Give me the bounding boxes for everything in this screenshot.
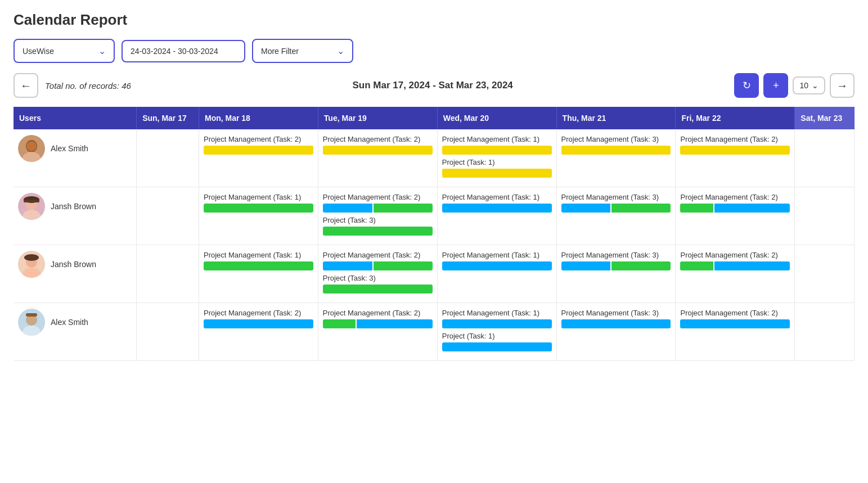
task-entry[interactable]: Project Management (Task: 2) [323,193,433,213]
task-entry[interactable]: Project Management (Task: 1) [204,251,313,270]
calendar-header: Users Sun, Mar 17 Mon, Mar 18 Tue, Mar 1… [14,107,854,129]
page-size-select[interactable]: 10 ⌄ [793,76,825,94]
day-cell-fri: Project Management (Task: 2) [676,129,795,187]
task-entry[interactable]: Project Management (Task: 1) [442,309,552,328]
task-entry[interactable]: Project Management (Task: 3) [561,309,671,328]
task-label: Project Management (Task: 1) [442,193,552,201]
task-label: Project Management (Task: 1) [442,135,552,143]
task-entry[interactable]: Project (Task: 1) [442,158,552,178]
task-entry[interactable]: Project Management (Task: 1) [442,251,552,270]
task-entry[interactable]: Project Management (Task: 2) [204,135,313,155]
more-filter[interactable]: More Filter ⌄ [252,39,353,63]
svg-rect-8 [24,200,39,202]
table-row: Jansh Brown Project Management (Task: 1)… [14,245,854,303]
task-entry[interactable]: Project Management (Task: 2) [323,135,433,155]
day-cell-wed: Project Management (Task: 1) [437,187,556,245]
day-cell-fri: Project Management (Task: 2) [676,245,795,303]
day-cell-sat [795,129,854,187]
task-label: Project Management (Task: 1) [442,309,552,317]
toolbar-right: ↻ + 10 ⌄ → [734,73,854,98]
page-size-chevron-icon: ⌄ [812,81,818,90]
task-label: Project Management (Task: 3) [561,135,671,143]
user-cell: Jansh Brown [14,245,137,303]
col-tue: Tue, Mar 19 [318,107,437,129]
date-range-filter-value: 24-03-2024 - 30-03-2024 [131,47,218,56]
company-filter-label: UseWise [23,47,54,56]
day-cell-sat [795,303,854,361]
task-label: Project Management (Task: 2) [680,251,790,259]
task-entry[interactable]: Project Management (Task: 3) [561,193,671,213]
task-entry[interactable]: Project (Task: 1) [442,332,552,351]
task-entry[interactable]: Project Management (Task: 2) [323,251,433,270]
task-entry[interactable]: Project Management (Task: 2) [680,251,790,270]
page-title: Calendar Report [14,11,854,29]
task-label: Project Management (Task: 2) [323,309,433,317]
toolbar: ← Total no. of records: 46 Sun Mar 17, 2… [14,73,854,98]
svg-point-12 [24,254,39,261]
task-label: Project (Task: 1) [442,332,552,340]
task-label: Project Management (Task: 1) [204,193,313,201]
col-wed: Wed, Mar 20 [437,107,556,129]
user-name: Alex Smith [51,144,88,153]
day-cell-tue: Project Management (Task: 2)Project (Tas… [318,187,437,245]
task-label: Project Management (Task: 2) [680,135,790,143]
table-row: Alex Smith Project Management (Task: 2)P… [14,303,854,361]
col-users: Users [14,107,137,129]
task-entry[interactable]: Project Management (Task: 3) [561,251,671,270]
task-label: Project Management (Task: 2) [680,193,790,201]
day-cell-fri: Project Management (Task: 2) [676,303,795,361]
task-entry[interactable]: Project Management (Task: 2) [323,309,433,328]
task-entry[interactable]: Project Management (Task: 2) [680,135,790,155]
task-label: Project (Task: 1) [442,158,552,166]
day-cell-mon: Project Management (Task: 2) [199,303,318,361]
more-filter-label: More Filter [261,47,299,56]
day-cell-sun [137,303,199,361]
task-label: Project (Task: 3) [323,274,433,282]
date-range-filter[interactable]: 24-03-2024 - 30-03-2024 [122,40,245,62]
company-filter[interactable]: UseWise ⌄ [14,39,115,63]
avatar [18,309,45,336]
col-sun: Sun, Mar 17 [137,107,199,129]
user-cell: Jansh Brown [14,187,137,245]
col-fri: Fri, Mar 22 [676,107,795,129]
svg-point-3 [26,141,37,151]
task-entry[interactable]: Project (Task: 3) [323,274,433,294]
task-label: Project Management (Task: 3) [561,193,671,201]
calendar-table: Users Sun, Mar 17 Mon, Mar 18 Tue, Mar 1… [14,107,854,361]
task-label: Project Management (Task: 1) [442,251,552,259]
task-entry[interactable]: Project Management (Task: 1) [442,135,552,155]
task-entry[interactable]: Project Management (Task: 3) [561,135,671,155]
user-name: Alex Smith [51,318,88,327]
day-cell-mon: Project Management (Task: 1) [199,187,318,245]
user-name: Jansh Brown [51,202,96,211]
next-button[interactable]: → [830,73,854,98]
toolbar-left: ← Total no. of records: 46 [14,73,131,98]
task-label: Project (Task: 3) [323,216,433,224]
day-cell-sun [137,245,199,303]
task-entry[interactable]: Project Management (Task: 2) [204,309,313,328]
col-sat: Sat, Mar 23 [795,107,854,129]
avatar [18,251,45,278]
day-cell-fri: Project Management (Task: 2) [676,187,795,245]
user-name: Jansh Brown [51,260,96,269]
page-size-value: 10 [799,81,808,90]
user-cell: Alex Smith [14,129,137,187]
refresh-button[interactable]: ↻ [734,73,759,98]
table-row: Jansh Brown Project Management (Task: 1)… [14,187,854,245]
task-entry[interactable]: Project Management (Task: 1) [442,193,552,213]
day-cell-wed: Project Management (Task: 1) [437,245,556,303]
task-label: Project Management (Task: 2) [204,309,313,317]
add-button[interactable]: + [763,73,788,98]
day-cell-tue: Project Management (Task: 2) [318,129,437,187]
day-cell-tue: Project Management (Task: 2) [318,303,437,361]
task-entry[interactable]: Project Management (Task: 2) [680,193,790,213]
task-entry[interactable]: Project Management (Task: 1) [204,193,313,213]
more-filter-chevron-icon: ⌄ [337,46,344,56]
day-cell-sat [795,187,854,245]
task-entry[interactable]: Project Management (Task: 2) [680,309,790,328]
day-cell-thu: Project Management (Task: 3) [556,187,676,245]
task-entry[interactable]: Project (Task: 3) [323,216,433,236]
prev-button[interactable]: ← [14,73,38,98]
user-cell: Alex Smith [14,303,137,361]
day-cell-wed: Project Management (Task: 1)Project (Tas… [437,303,556,361]
